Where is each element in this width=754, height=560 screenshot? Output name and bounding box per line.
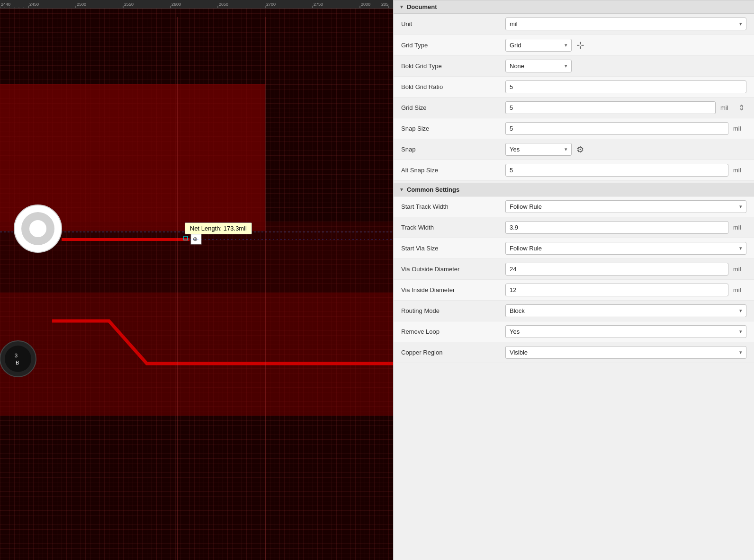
svg-text:2750: 2750 [314,2,323,7]
pcb-canvas[interactable]: 2440 2450 2500 2550 2600 2650 2700 2750 … [0,0,393,560]
copper-region-label: Copper Region [401,349,505,356]
bold-grid-type-chevron-icon: ▾ [565,63,567,69]
svg-text:2650: 2650 [219,2,228,7]
via-inside-diameter-label: Via Inside Diameter [401,286,505,293]
snap-size-input[interactable] [505,122,728,135]
start-via-size-label: Start Via Size [401,245,505,252]
copper-region-value: Visible [510,349,528,356]
via-inside-diameter-unit: mil [733,286,746,293]
grid-type-dropdown[interactable]: Grid ▾ [505,39,572,52]
snap-dropdown[interactable]: Yes ▾ [505,143,572,156]
start-via-size-chevron-icon: ▾ [739,245,742,251]
snap-chevron-icon: ▾ [565,146,567,152]
svg-text:2500: 2500 [77,2,86,7]
document-section-header[interactable]: ▼ Document [394,0,754,14]
grid-type-value: Grid [510,42,521,49]
start-via-size-value: Follow Rule [510,245,542,252]
grid-size-input[interactable] [505,101,716,114]
bold-grid-type-control: None ▾ [505,60,746,72]
alt-snap-size-row: Alt Snap Size mil [394,160,754,181]
routing-mode-chevron-icon: ▾ [739,308,742,314]
alt-snap-size-control: mil [505,164,746,177]
unit-chevron-icon: ▾ [739,21,742,27]
remove-loop-row: Remove Loop Yes ▾ [394,321,754,342]
track-width-input[interactable] [505,221,728,234]
remove-loop-chevron-icon: ▾ [739,329,742,335]
grid-size-label: Grid Size [401,104,505,111]
routing-mode-label: Routing Mode [401,307,505,314]
bold-grid-type-row: Bold Grid Type None ▾ [394,56,754,77]
copper-region-control: Visible ▾ [505,346,746,359]
unit-control: mil ▾ [505,18,746,30]
via-outside-diameter-input[interactable] [505,263,728,276]
snap-size-label: Snap Size [401,125,505,132]
track-width-row: Track Width mil [394,217,754,238]
start-track-width-dropdown[interactable]: Follow Rule ▾ [505,200,746,213]
routing-mode-control: Block ▾ [505,304,746,317]
grid-size-row: Grid Size mil ⇕ [394,98,754,118]
unit-row: Unit mil ▾ [394,14,754,35]
via-inside-diameter-row: Via Inside Diameter mil [394,280,754,301]
track-width-unit: mil [733,224,746,231]
bold-grid-ratio-control [505,80,746,93]
start-track-width-row: Start Track Width Follow Rule ▾ [394,196,754,217]
via-inside-diameter-input[interactable] [505,284,728,296]
svg-text:2600: 2600 [171,2,181,7]
snap-control: Yes ▾ ⚙ [505,142,746,157]
svg-rect-27 [0,293,393,416]
remove-loop-label: Remove Loop [401,328,505,335]
track-width-control: mil [505,221,746,234]
via-outside-diameter-unit: mil [733,266,746,273]
snap-value: Yes [510,146,520,153]
properties-panel: ▼ Document Unit mil ▾ Grid Type Grid ▾ ⊹… [393,0,754,560]
svg-text:B: B [16,360,19,365]
common-settings-section-header[interactable]: ▼ Common Settings [394,183,754,196]
via-inside-diameter-control: mil [505,284,746,296]
bold-grid-ratio-row: Bold Grid Ratio [394,77,754,98]
common-settings-collapse-icon: ▼ [399,187,404,192]
remove-loop-dropdown[interactable]: Yes ▾ [505,325,746,338]
snap-settings-button[interactable]: ⚙ [574,142,586,157]
document-collapse-icon: ▼ [399,4,404,9]
bold-grid-ratio-input[interactable] [505,80,746,93]
svg-point-38 [5,346,31,372]
alt-snap-size-input[interactable] [505,164,728,177]
grid-type-control: Grid ▾ ⊹ [505,37,746,53]
via-outside-diameter-row: Via Outside Diameter mil [394,259,754,280]
unit-dropdown[interactable]: mil ▾ [505,18,746,30]
via-outside-diameter-label: Via Outside Diameter [401,266,505,273]
start-track-width-control: Follow Rule ▾ [505,200,746,213]
track-width-label: Track Width [401,224,505,231]
bold-grid-type-dropdown[interactable]: None ▾ [505,60,572,72]
grid-type-label: Grid Type [401,42,505,49]
svg-text:2450: 2450 [29,2,39,7]
svg-text:2550: 2550 [124,2,134,7]
remove-loop-value: Yes [510,328,520,335]
common-settings-section-title: Common Settings [407,186,459,193]
pcb-traces: ⊕ 3 B [0,9,393,560]
svg-text:3: 3 [15,353,18,358]
unit-value: mil [510,20,518,27]
copper-region-row: Copper Region Visible ▾ [394,342,754,363]
bold-grid-ratio-label: Bold Grid Ratio [401,83,505,90]
snap-size-row: Snap Size mil [394,118,754,139]
routing-mode-value: Block [510,307,525,314]
svg-text:⊕: ⊕ [193,236,197,242]
via-outside-diameter-control: mil [505,263,746,276]
bold-grid-type-label: Bold Grid Type [401,62,505,70]
routing-mode-dropdown[interactable]: Block ▾ [505,304,746,317]
copper-region-dropdown[interactable]: Visible ▾ [505,346,746,359]
start-via-size-dropdown[interactable]: Follow Rule ▾ [505,242,746,255]
grid-size-control: mil ⇕ [505,101,746,114]
snap-size-control: mil [505,122,746,135]
grid-size-link-button[interactable]: ⇕ [736,101,746,114]
snap-label: Snap [401,146,505,153]
svg-text:285: 285 [381,2,388,7]
grid-type-row: Grid Type Grid ▾ ⊹ [394,35,754,56]
svg-text:2700: 2700 [266,2,276,7]
grid-cursor-button[interactable]: ⊹ [574,37,586,53]
bold-grid-type-value: None [510,62,524,70]
unit-label: Unit [401,20,505,27]
alt-snap-size-unit: mil [733,167,746,174]
start-track-width-chevron-icon: ▾ [739,204,742,210]
